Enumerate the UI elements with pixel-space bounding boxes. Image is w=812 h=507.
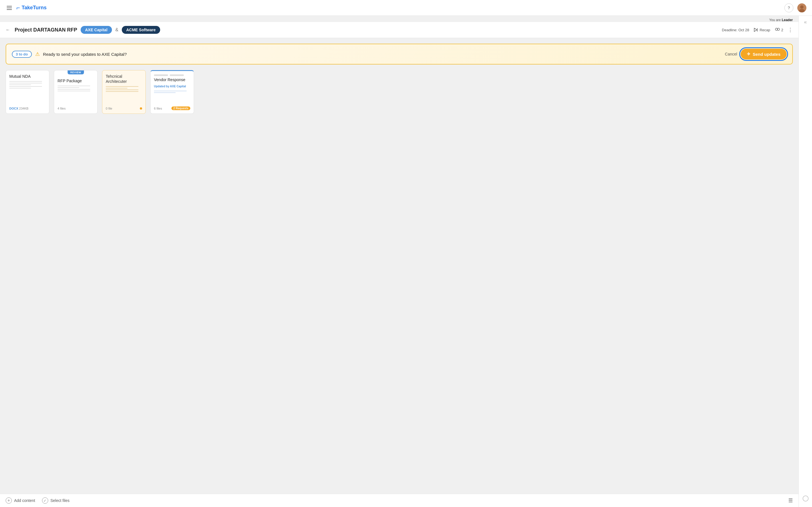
list-view-button[interactable]: ☰ [788,497,793,504]
ampersand: & [115,27,118,33]
bottom-bar: + Add content ✓ Select files ☰ [0,494,799,507]
file-size: 234KB [19,107,29,110]
card-technical-architecture[interactable]: Tehcnical Architecuter 0 file [102,70,146,114]
card-footer: 4 files [57,105,94,110]
send-updates-button[interactable]: ✈ Send updates [741,49,786,59]
card-rfp-package[interactable]: REVIEW RFP Package 4 files [54,70,98,114]
select-files-label: Select files [50,498,70,503]
chat-sidebar-button[interactable]: ◯ [802,495,809,501]
main-content: You are Leader ← Project DARTAGNAN RFP A… [0,16,799,494]
role-label: Leader [782,18,793,22]
recap-button[interactable]: Recap [754,27,770,32]
todo-badge: 3 to do [12,51,32,58]
card-title: RFP Package [57,78,94,83]
status-dot [140,107,142,110]
card-header-tabs [154,74,190,76]
cards-grid: Mutual NDA DOCX 234KB REVIEW RFP Package [0,64,799,114]
card-mutual-nda[interactable]: Mutual NDA DOCX 234KB [6,70,49,114]
header-right: Deadline: Oct 28 Recap 2 ⋮ [722,27,793,33]
you-are-label: You are [769,18,781,22]
card-preview [154,91,190,93]
project-header: ← Project DARTAGNAN RFP AXE Capital & AC… [0,22,799,38]
help-icon: ? [788,6,790,10]
select-files-button[interactable]: ✓ Select files [42,497,70,504]
card-preview [106,86,142,92]
card-title: Mutual NDA [9,74,46,79]
card-preview [9,81,46,89]
send-panel-top: 3 to do ⚠ Ready to send your updates to … [12,49,786,59]
select-files-icon: ✓ [42,497,48,504]
send-icon: ✈ [747,52,751,57]
svg-marker-3 [754,28,757,32]
logo-text: TakeTurns [22,5,47,11]
more-options-button[interactable]: ⋮ [788,27,793,33]
add-content-button[interactable]: + Add content [6,497,35,504]
logo[interactable]: ⌐ TakeTurns [16,4,47,11]
files-count: 6 files [154,107,162,110]
avatar-image [797,3,806,12]
avatar[interactable] [797,3,806,12]
party-acme-badge[interactable]: ACME Software [122,26,160,34]
help-button[interactable]: ? [784,3,794,12]
deadline-label: Deadline: Oct 28 [722,28,749,32]
role-banner: You are Leader [0,16,799,22]
cancel-button[interactable]: Cancel [725,52,737,56]
right-sidebar: « ◯ [799,16,812,507]
card-footer: 0 file [106,105,142,110]
logo-icon: ⌐ [16,4,20,11]
project-title: Project DARTAGNAN RFP [15,27,77,33]
topnav-left: ⌐ TakeTurns [6,4,47,11]
files-count: 4 files [57,107,66,110]
card-footer: 6 files 2 Requests [154,104,190,110]
file-type-badge: DOCX [9,107,18,110]
party-axe-badge[interactable]: AXE Capital [81,26,112,34]
add-content-label: Add content [14,498,35,503]
svg-point-1 [800,5,804,9]
back-button[interactable]: ← [6,27,10,33]
topnav-right: ? [784,3,806,12]
card-preview [57,86,94,91]
card-title: Tehcnical Architecuter [106,74,142,84]
recap-icon [754,27,758,32]
bottom-left-actions: + Add content ✓ Select files [6,497,69,504]
updated-label: Updated by AXE Capital [154,83,190,89]
topnav: ⌐ TakeTurns ? [0,0,812,16]
card-title: Vendor Response [154,77,190,82]
files-count: 0 file [106,107,112,110]
warning-icon: ⚠ [35,51,40,57]
send-panel: 3 to do ⚠ Ready to send your updates to … [6,44,793,64]
members-button[interactable]: 2 [775,27,783,32]
add-content-icon: + [6,497,12,504]
card-footer: DOCX 234KB [9,105,46,110]
collapse-sidebar-button[interactable]: « [804,19,807,25]
requests-badge: 2 Requests [171,107,190,110]
hamburger-menu[interactable] [6,5,13,11]
card-vendor-response[interactable]: Vendor Response Updated by AXE Capital 6… [150,70,194,114]
send-panel-message: Ready to send your updates to AXE Capita… [43,52,721,57]
review-ribbon: REVIEW [67,70,84,74]
send-updates-label: Send updates [753,52,780,57]
members-icon [775,27,780,32]
